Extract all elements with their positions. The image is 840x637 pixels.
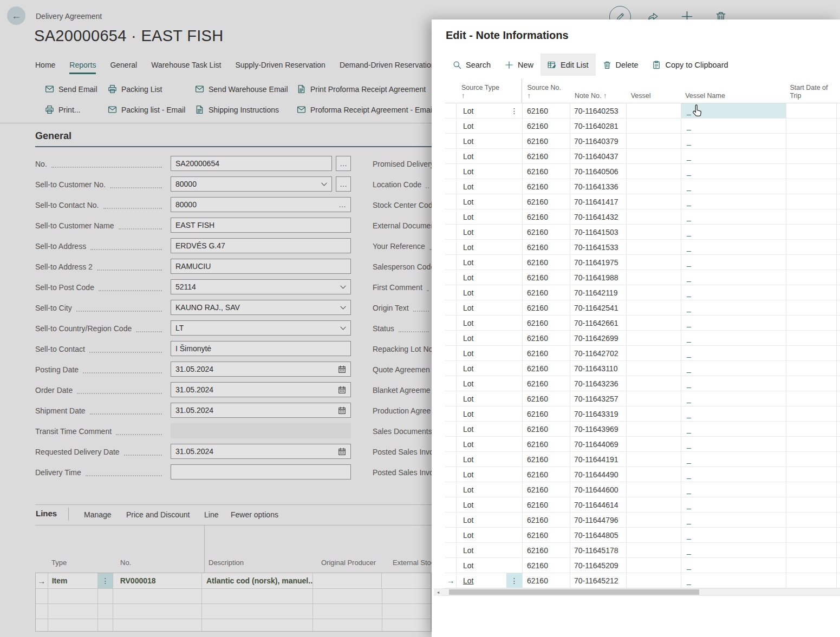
- cell-source-no[interactable]: 62160: [523, 134, 570, 148]
- cell-cut[interactable]: [837, 194, 840, 209]
- cell-start-date-of-trip[interactable]: [786, 513, 837, 527]
- cell-start-date-of-trip[interactable]: [786, 482, 837, 497]
- cell-source-type[interactable]: Lot: [457, 316, 506, 330]
- cell-vessel[interactable]: [627, 558, 681, 573]
- cell-vessel-name[interactable]: _: [681, 391, 786, 406]
- cell-start-date-of-trip[interactable]: [786, 240, 837, 254]
- cell-source-type[interactable]: Lot: [457, 528, 506, 542]
- toolbar-copy-to-clipboard[interactable]: Copy to Clipboard: [645, 54, 735, 76]
- row-selector-cell[interactable]: [445, 134, 457, 148]
- cell-source-no[interactable]: 62160: [523, 376, 570, 391]
- cell-start-date-of-trip[interactable]: [786, 558, 837, 573]
- cell-source-no[interactable]: 62160: [523, 270, 570, 285]
- cell-cut[interactable]: [837, 346, 840, 360]
- cell-start-date-of-trip[interactable]: [786, 497, 837, 512]
- cell-cut[interactable]: [837, 437, 840, 451]
- cell-vessel-name[interactable]: _: [681, 513, 786, 527]
- cell-source-type[interactable]: Lot: [457, 497, 506, 512]
- cell-source-no[interactable]: 62160: [523, 240, 570, 254]
- row-menu-cell[interactable]: [506, 270, 523, 285]
- row-menu-cell[interactable]: ⋮: [506, 103, 523, 118]
- cell-start-date-of-trip[interactable]: [786, 225, 837, 239]
- cell-start-date-of-trip[interactable]: [786, 573, 837, 588]
- column-header-e[interactable]: ET: [835, 78, 840, 103]
- cell-vessel[interactable]: [627, 331, 681, 345]
- column-header-vessel-name[interactable]: Vessel Name: [680, 78, 785, 103]
- cell-source-no[interactable]: 62160: [523, 513, 570, 527]
- cell-source-type[interactable]: Lot: [457, 149, 506, 163]
- cell-source-type[interactable]: Lot: [457, 179, 506, 194]
- cell-source-no[interactable]: 62160: [523, 331, 570, 345]
- cell-note-no[interactable]: 70-11645178: [570, 543, 627, 557]
- cell-vessel[interactable]: [627, 422, 681, 436]
- cell-start-date-of-trip[interactable]: [786, 543, 837, 557]
- cell-vessel-name[interactable]: _: [681, 573, 786, 588]
- cell-vessel[interactable]: [627, 270, 681, 285]
- scrollbar-thumb[interactable]: [449, 589, 699, 595]
- scroll-left-button[interactable]: ◄: [434, 588, 442, 596]
- row-selector-cell[interactable]: [445, 179, 457, 194]
- cell-start-date-of-trip[interactable]: [786, 391, 837, 406]
- row-selector-cell[interactable]: [445, 452, 457, 467]
- cell-vessel[interactable]: [627, 346, 681, 360]
- cell-note-no[interactable]: 70-11643969: [570, 422, 627, 436]
- row-menu-cell[interactable]: [506, 225, 523, 239]
- row-selector-cell[interactable]: [445, 103, 457, 118]
- cell-source-no[interactable]: 62160: [523, 391, 570, 406]
- row-selector-cell[interactable]: [445, 255, 457, 270]
- cell-cut[interactable]: [837, 406, 840, 421]
- cell-note-no[interactable]: 70-11645212: [570, 573, 627, 588]
- cell-start-date-of-trip[interactable]: [786, 194, 837, 209]
- row-menu-cell[interactable]: [506, 300, 523, 315]
- cell-vessel[interactable]: [627, 497, 681, 512]
- cell-source-no[interactable]: 62160: [523, 285, 570, 300]
- cell-vessel[interactable]: [627, 406, 681, 421]
- cell-source-no[interactable]: 62160: [523, 422, 570, 436]
- cell-cut[interactable]: [837, 376, 840, 391]
- cell-vessel-name[interactable]: _: [681, 497, 786, 512]
- cell-cut[interactable]: [837, 558, 840, 573]
- cell-source-type[interactable]: Lot: [457, 194, 506, 209]
- cell-vessel-name[interactable]: _: [681, 406, 786, 421]
- row-menu-cell[interactable]: [506, 422, 523, 436]
- row-menu-cell[interactable]: [506, 149, 523, 163]
- cell-source-type[interactable]: Lot: [457, 119, 506, 133]
- cell-cut[interactable]: [837, 209, 840, 224]
- row-selector-cell[interactable]: [445, 528, 457, 542]
- cell-cut[interactable]: [837, 225, 840, 239]
- cell-vessel[interactable]: [627, 179, 681, 194]
- cell-note-no[interactable]: 70-11640379: [570, 134, 627, 148]
- cell-note-no[interactable]: 70-11643236: [570, 376, 627, 391]
- cell-note-no[interactable]: 70-11644069: [570, 437, 627, 451]
- cell-source-type[interactable]: Lot: [457, 103, 506, 118]
- cell-note-no[interactable]: 70-11642541: [570, 300, 627, 315]
- cell-vessel-name[interactable]: _: [681, 134, 786, 148]
- row-menu-cell[interactable]: [506, 316, 523, 330]
- cell-start-date-of-trip[interactable]: [786, 331, 837, 345]
- cell-start-date-of-trip[interactable]: [786, 467, 837, 482]
- cell-source-type[interactable]: Lot: [457, 558, 506, 573]
- cell-cut[interactable]: [837, 467, 840, 482]
- cell-vessel-name[interactable]: _: [681, 270, 786, 285]
- row-menu-cell[interactable]: [506, 240, 523, 254]
- row-selector-cell[interactable]: [445, 225, 457, 239]
- cell-source-type[interactable]: Lot: [457, 300, 506, 315]
- cell-vessel[interactable]: [627, 119, 681, 133]
- row-selector-cell[interactable]: [445, 209, 457, 224]
- cell-source-no[interactable]: 62160: [523, 164, 570, 179]
- cell-note-no[interactable]: 70-11641417: [570, 194, 627, 209]
- cell-source-type[interactable]: Lot: [457, 225, 506, 239]
- cell-vessel[interactable]: [627, 573, 681, 588]
- cell-start-date-of-trip[interactable]: [786, 134, 837, 148]
- cell-start-date-of-trip[interactable]: [786, 103, 837, 118]
- cell-cut[interactable]: [837, 422, 840, 436]
- cell-note-no[interactable]: 70-11644490: [570, 467, 627, 482]
- cell-vessel[interactable]: [627, 376, 681, 391]
- cell-source-type[interactable]: Lot: [457, 209, 506, 224]
- cell-cut[interactable]: [837, 119, 840, 133]
- cell-vessel-name[interactable]: _: [681, 209, 786, 224]
- cell-source-no[interactable]: 62160: [523, 361, 570, 376]
- cell-cut[interactable]: [837, 179, 840, 194]
- row-selector-cell[interactable]: [445, 422, 457, 436]
- cell-vessel[interactable]: [627, 437, 681, 451]
